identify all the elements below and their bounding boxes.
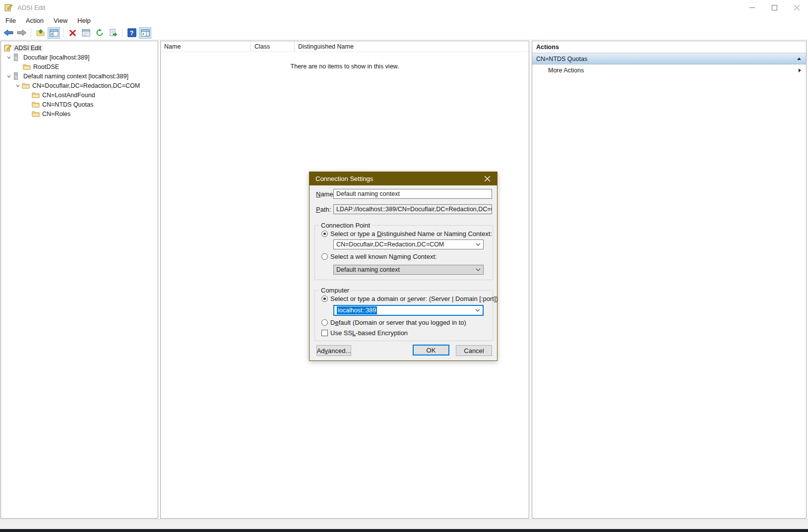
wellknown-context-radio[interactable] <box>321 253 328 260</box>
dialog-titlebar[interactable]: Connection Settings <box>310 172 497 185</box>
toolbar: ? <box>0 26 808 40</box>
submenu-arrow-icon <box>799 68 801 72</box>
back-icon[interactable] <box>2 27 14 39</box>
help-icon[interactable]: ? <box>125 27 138 39</box>
chevron-down-icon <box>475 308 480 312</box>
window-title: ADSI Edit <box>17 4 45 11</box>
wellknown-context-combo[interactable]: Default naming context <box>333 265 484 275</box>
ok-button[interactable]: OK <box>413 345 449 355</box>
window-titlebar: ADSI Edit <box>0 0 808 15</box>
more-actions-label: More Actions <box>548 67 584 74</box>
name-field[interactable]: Default naming context <box>333 189 492 199</box>
wellknown-context-radio-label: Select a well known Naming Context: <box>330 253 437 260</box>
actions-group-cn-ntds-quotas[interactable]: CN=NTDS Quotas <box>532 53 806 64</box>
actions-group-label: CN=NTDS Quotas <box>536 56 587 62</box>
tree-item-label: CN=Docuflair,DC=Redaction,DC=COM <box>31 82 141 89</box>
chevron-down-icon[interactable] <box>5 54 13 61</box>
tree-item-label: CN=LostAndFound <box>41 92 97 99</box>
ssl-checkbox[interactable] <box>321 330 328 336</box>
chevron-down-icon <box>476 268 481 272</box>
menu-view[interactable]: View <box>49 15 72 26</box>
console-tree-toggle-icon[interactable] <box>48 27 60 39</box>
forward-icon[interactable] <box>15 27 28 39</box>
maximize-button[interactable] <box>763 0 786 15</box>
default-domain-radio[interactable] <box>321 319 328 326</box>
computer-legend: Computer <box>319 287 351 294</box>
tree-item-cn-roles[interactable]: CN=Roles <box>1 109 158 118</box>
tree-item-cn-ntds-quotas[interactable]: CN=NTDS Quotas <box>1 100 158 109</box>
column-header-class[interactable]: Class <box>251 41 295 52</box>
list-column-headers: Name Class Distinguished Name <box>161 41 529 52</box>
tree-item-docuflair[interactable]: Docuflair [localhost:389] <box>1 53 158 62</box>
distinguished-name-combo[interactable]: CN=Docuflair,DC=Redaction,DC=COM <box>333 239 484 249</box>
action-pane-toggle-icon[interactable] <box>139 27 151 39</box>
tree-item-label: Docuflair [localhost:389] <box>22 54 91 61</box>
folder-icon <box>22 82 31 90</box>
tree-item-label: CN=Roles <box>41 111 72 118</box>
chevron-down-icon[interactable] <box>5 72 13 80</box>
server-icon <box>13 72 22 80</box>
toolbar-separator <box>63 28 63 37</box>
tree-item-label: Default naming context [localhost:389] <box>22 73 130 80</box>
folder-icon <box>32 101 41 109</box>
domain-server-radio[interactable] <box>321 296 328 302</box>
toolbar-separator <box>122 28 123 37</box>
cancel-button[interactable]: Cancel <box>456 345 492 356</box>
tree-item-label: RootDSE <box>32 63 61 70</box>
distinguished-name-radio-label: Select or type a Distinguished Name or N… <box>330 230 492 237</box>
empty-view-message: There are no items to show in this view. <box>161 63 529 70</box>
path-label: Path: <box>316 206 331 213</box>
refresh-icon[interactable] <box>93 27 106 39</box>
tree-item-label: ADSI Edit <box>13 45 43 52</box>
console-tree-pane: ADSI Edit Docuflair [localhost:389] <box>0 41 158 519</box>
menu-help[interactable]: Help <box>73 15 95 26</box>
name-label: Name: <box>316 190 335 198</box>
tree-item-cn-lostandfound[interactable]: CN=LostAndFound <box>1 90 158 100</box>
column-header-distinguished-name[interactable]: Distinguished Name <box>295 41 529 52</box>
dialog-title: Connection Settings <box>315 175 373 182</box>
distinguished-name-radio[interactable] <box>321 231 328 237</box>
tree-item-label: CN=NTDS Quotas <box>41 101 95 108</box>
collapse-icon[interactable] <box>797 58 801 60</box>
export-list-icon[interactable] <box>107 27 119 39</box>
up-one-level-icon[interactable] <box>34 27 47 39</box>
chevron-down-icon[interactable] <box>14 82 22 90</box>
folder-icon <box>32 110 41 118</box>
screen-bottom-strip <box>0 529 808 532</box>
tree-item-adsi-edit[interactable]: ADSI Edit <box>1 43 158 53</box>
adsi-edit-app-icon <box>4 44 13 52</box>
column-header-name[interactable]: Name <box>161 41 251 52</box>
chevron-down-icon <box>476 242 481 246</box>
toolbar-separator <box>31 28 31 37</box>
minimize-button[interactable] <box>741 0 763 15</box>
close-button[interactable] <box>786 0 808 15</box>
adsi-edit-app-icon <box>4 3 13 12</box>
adsi-edit-window: ADSI Edit File Action View Help <box>0 0 808 532</box>
ssl-checkbox-label: Use SSL-based Encryption <box>330 329 408 337</box>
more-actions-item[interactable]: More Actions <box>532 64 806 76</box>
status-bar <box>0 519 808 529</box>
folder-icon <box>23 63 32 71</box>
tree-item-cn-docuflair[interactable]: CN=Docuflair,DC=Redaction,DC=COM <box>1 81 158 90</box>
properties-icon[interactable] <box>80 27 92 39</box>
server-combo[interactable]: localhost::389 <box>333 305 484 316</box>
actions-pane: Actions CN=NTDS Quotas More Actions <box>532 41 807 519</box>
tree-item-default-naming-context[interactable]: Default naming context [localhost:389] <box>1 71 158 81</box>
menu-action[interactable]: Action <box>21 15 48 26</box>
actions-pane-title: Actions <box>532 41 806 53</box>
domain-server-radio-label: Select or type a domain or server: (Serv… <box>330 295 498 302</box>
advanced-button[interactable]: Advanced... <box>316 345 351 356</box>
connection-point-legend: Connection Point <box>319 222 372 229</box>
connection-settings-dialog: Connection Settings Name: Default naming… <box>309 172 497 361</box>
default-domain-radio-label: Default (Domain or server that you logge… <box>330 319 466 326</box>
tree-item-rootdse[interactable]: RootDSE <box>1 62 158 71</box>
path-field[interactable]: LDAP://localhost::389/CN=Docuflair,DC=Re… <box>333 204 492 214</box>
folder-icon <box>32 91 41 99</box>
server-icon <box>13 54 22 61</box>
delete-icon[interactable] <box>66 27 79 39</box>
menu-bar: File Action View Help <box>0 15 808 26</box>
dialog-close-icon[interactable] <box>477 172 497 185</box>
menu-file[interactable]: File <box>1 15 20 26</box>
